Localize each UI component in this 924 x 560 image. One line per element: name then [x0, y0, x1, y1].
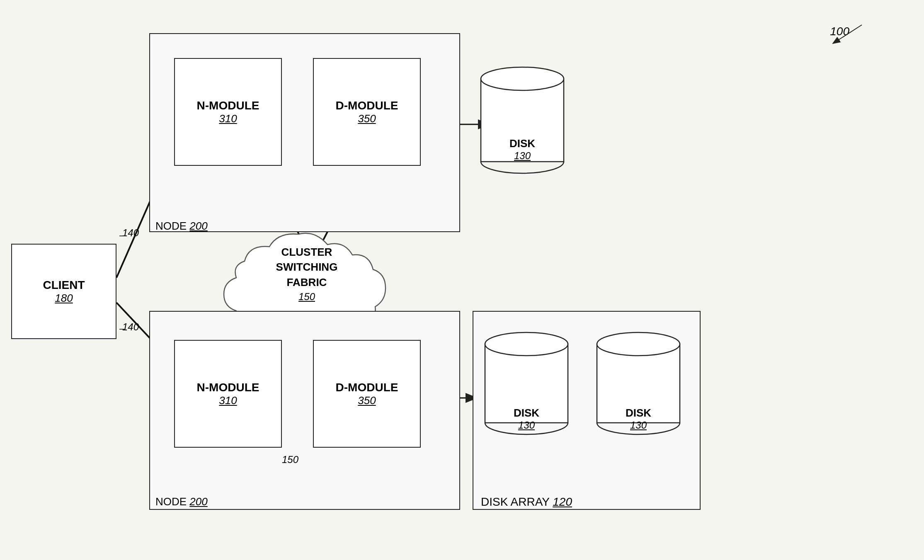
disk-bottom-right-labels: DISK 130	[593, 323, 684, 439]
client-label: CLIENT	[43, 279, 85, 292]
disk-bottom-left-labels: DISK 130	[481, 323, 572, 439]
diagram: 100 CLIENT 180 NODE 200 N-MODULE 310 D-M…	[0, 0, 924, 560]
disk-top-label: DISK	[509, 137, 535, 150]
cluster-fabric-text: CLUSTER SWITCHING FABRIC 150	[232, 245, 381, 304]
node-bottom-label: NODE 200	[155, 495, 208, 508]
n-module-top: N-MODULE 310	[174, 58, 282, 166]
d-module-top-ref: 350	[358, 112, 376, 125]
node-top-label: NODE 200	[155, 220, 208, 233]
arrows-svg	[0, 0, 924, 560]
disk-array-label: DISK ARRAY 120	[481, 495, 572, 509]
n-module-bottom-ref: 310	[219, 394, 237, 407]
connection-140-lower: 140	[122, 321, 139, 333]
connection-140-upper: 140	[122, 227, 139, 239]
disk-top-label-box: DISK 130	[477, 58, 568, 174]
connection-150-bottom: 150	[282, 454, 298, 465]
n-module-bottom: N-MODULE 310	[174, 340, 282, 448]
disk-top-ref: 130	[514, 150, 531, 162]
d-module-bottom-ref: 350	[358, 394, 376, 407]
client-ref: 180	[55, 292, 73, 305]
d-module-bottom-label: D-MODULE	[336, 381, 398, 394]
n-module-top-ref: 310	[219, 112, 237, 125]
ref-arrow	[820, 17, 870, 50]
n-module-top-label: N-MODULE	[197, 99, 259, 112]
svg-line-11	[833, 25, 862, 44]
d-module-top-label: D-MODULE	[336, 99, 398, 112]
client-box: CLIENT 180	[11, 244, 116, 339]
d-module-top: D-MODULE 350	[313, 58, 421, 166]
d-module-bottom: D-MODULE 350	[313, 340, 421, 448]
n-module-bottom-label: N-MODULE	[197, 381, 259, 394]
